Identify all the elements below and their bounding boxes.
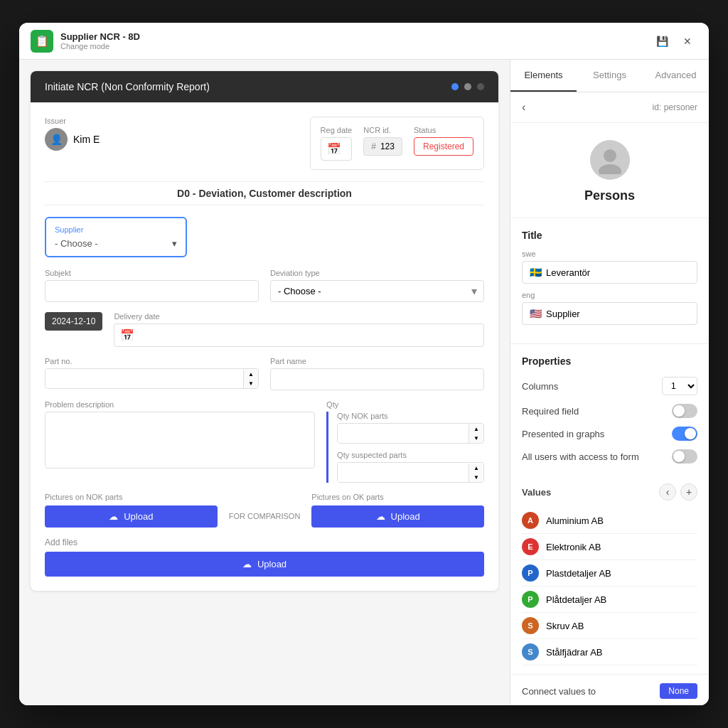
app-subtitle: Change mode: [60, 42, 652, 50]
form-header-dots: [451, 83, 484, 90]
supplier-label: Supplier: [55, 225, 177, 234]
add-files-button[interactable]: ☁ Upload: [45, 552, 484, 577]
issuer-label: Issuer: [45, 117, 100, 125]
deviation-type-group: Deviation type - Choose - ▾: [270, 269, 484, 302]
ok-upload-button[interactable]: ☁ Upload: [311, 505, 484, 528]
presented-label: Presented in graphs: [522, 429, 604, 439]
nok-upload-label: Pictures on NOK parts: [45, 493, 218, 501]
ok-upload-group: Pictures on OK parts ☁ Upload: [311, 493, 484, 528]
eng-input[interactable]: 🇺🇸 Supplier: [522, 302, 697, 325]
connect-values-button[interactable]: None: [660, 683, 697, 699]
qty-nok-input[interactable]: ▲ ▼: [337, 423, 484, 444]
reg-date-label: Reg date: [321, 126, 353, 134]
add-files-section: Add files ☁ Upload: [45, 537, 484, 577]
nok-upload-group: Pictures on NOK parts ☁ Upload: [45, 493, 218, 528]
values-header: Values ‹ +: [522, 483, 697, 500]
reg-fields-container: Reg date 📅 NCR id. # 123: [310, 117, 484, 170]
problem-label: Problem description: [45, 400, 315, 409]
qty-suspected-up[interactable]: ▲: [469, 464, 483, 473]
add-files-cloud-icon: ☁: [242, 559, 252, 569]
values-prev-button[interactable]: ‹: [659, 483, 676, 500]
nok-upload-button[interactable]: ☁ Upload: [45, 505, 218, 528]
save-button[interactable]: 💾: [652, 31, 672, 51]
back-nav: ‹ id: personer: [510, 92, 709, 123]
right-body: ‹ id: personer Persons: [510, 92, 709, 705]
qty-nok-label: Qty NOK parts: [337, 412, 484, 420]
swe-row: swe 🇸🇪 Leverantör: [522, 250, 697, 284]
status-badge: Registered: [414, 137, 473, 156]
deviation-type-select[interactable]: - Choose -: [270, 280, 484, 302]
columns-select[interactable]: 1: [662, 377, 697, 395]
subjekt-group: Subjekt: [45, 269, 259, 302]
list-item: S Stålfjädrar AB: [522, 639, 697, 665]
qty-suspected-spinners: ▲ ▼: [469, 464, 483, 482]
for-comparison-label: FOR COMPARISON: [229, 512, 301, 528]
qty-suspected-down[interactable]: ▼: [469, 473, 483, 482]
value-icon: P: [522, 564, 539, 582]
qty-nok-up[interactable]: ▲: [469, 424, 483, 434]
problem-qty-row: Problem description Qty Qty NOK parts: [45, 400, 484, 483]
list-item: A Aluminium AB: [522, 508, 697, 534]
qty-suspected-label: Qty suspected parts: [337, 451, 484, 459]
section-title: D0 - Deviation, Customer description: [45, 181, 484, 205]
columns-label: Columns: [522, 381, 558, 392]
values-add-button[interactable]: +: [680, 483, 697, 500]
part-no-input[interactable]: ▲ ▼: [45, 368, 259, 389]
delivery-date-input[interactable]: 📅: [114, 323, 484, 347]
part-no-text[interactable]: [46, 369, 243, 388]
status-label: Status: [414, 126, 473, 134]
required-label: Required field: [522, 406, 579, 417]
part-name-label: Part name: [270, 357, 484, 365]
subjekt-input[interactable]: [45, 280, 259, 302]
close-button[interactable]: ✕: [678, 31, 697, 51]
swe-input[interactable]: 🇸🇪 Leverantör: [522, 261, 697, 284]
presented-row: Presented in graphs: [522, 427, 697, 441]
form-card: Initiate NCR (Non Conformity Report) Iss…: [31, 71, 498, 591]
tab-elements[interactable]: Elements: [510, 60, 577, 92]
part-no-spinners: ▲ ▼: [243, 370, 258, 388]
eng-value: Supplier: [546, 309, 580, 319]
qty-suspected-input[interactable]: ▲ ▼: [337, 462, 484, 483]
title-bar: 📋 Supplier NCR - 8D Change mode 💾 ✕: [19, 23, 709, 60]
swe-flag: 🇸🇪: [530, 267, 542, 278]
delivery-date-group: Delivery date 📅: [114, 312, 484, 347]
form-title: Initiate NCR (Non Conformity Report): [45, 81, 210, 92]
value-icon: E: [522, 538, 539, 555]
part-name-input[interactable]: [270, 368, 484, 390]
add-files-label: Add files: [45, 537, 484, 547]
ncr-id-field: NCR id. # 123: [363, 126, 402, 161]
back-arrow-icon[interactable]: ‹: [522, 101, 525, 114]
id-text: id: personer: [653, 102, 697, 112]
part-no-group: Part no. ▲ ▼: [45, 357, 259, 390]
qty-nok-text[interactable]: [338, 424, 469, 443]
qty-nok-down[interactable]: ▼: [469, 434, 483, 443]
tab-settings[interactable]: Settings: [577, 60, 643, 92]
presented-toggle[interactable]: [672, 427, 697, 441]
dot-blue: [451, 83, 459, 90]
value-icon: S: [522, 643, 539, 660]
supplier-select[interactable]: - Choose - ▾: [55, 238, 177, 249]
form-header: Initiate NCR (Non Conformity Report): [31, 71, 498, 102]
qty-suspected-text[interactable]: [338, 463, 469, 482]
issuer-name: Kim E: [73, 134, 100, 145]
upload-cloud-icon: ☁: [109, 511, 118, 522]
value-name: Stålfjädrar AB: [546, 647, 603, 658]
ok-upload-cloud-icon: ☁: [376, 511, 385, 522]
date-row: 2024-12-10 Delivery date 📅: [45, 312, 484, 347]
problem-textarea[interactable]: [45, 412, 315, 469]
person-avatar: [590, 140, 630, 180]
all-users-toggle[interactable]: [672, 449, 697, 464]
part-no-up[interactable]: ▲: [244, 370, 258, 379]
reg-date-input[interactable]: 📅: [321, 137, 353, 161]
ok-upload-text: Upload: [391, 511, 420, 522]
supplier-field[interactable]: Supplier - Choose - ▾: [45, 217, 187, 257]
app-window: 📋 Supplier NCR - 8D Change mode 💾 ✕ Init…: [19, 23, 709, 705]
all-users-row: All users with access to form: [522, 449, 697, 464]
tab-advanced[interactable]: Advanced: [643, 60, 709, 92]
main-area: Initiate NCR (Non Conformity Report) Iss…: [19, 60, 709, 705]
eng-flag: 🇺🇸: [530, 308, 542, 319]
id-value: personer: [664, 102, 697, 112]
part-no-down[interactable]: ▼: [244, 379, 258, 388]
issuer-avatar: 👤: [45, 128, 68, 151]
required-toggle[interactable]: [672, 404, 697, 418]
